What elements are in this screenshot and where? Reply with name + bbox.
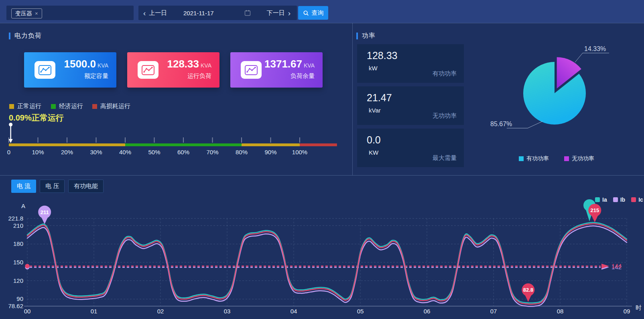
legend-item-economic: 经济运行 <box>51 102 83 110</box>
query-button-label: 查询 <box>312 9 324 17</box>
max-demand-value: 0.0 <box>367 134 381 146</box>
active-power-label: 有功功率 <box>433 70 457 78</box>
legend-swatch <box>9 104 14 109</box>
legend-label: 有功功率 <box>526 155 549 162</box>
svg-text:04: 04 <box>291 308 297 315</box>
svg-text:70%: 70% <box>206 149 218 155</box>
date-input[interactable]: 2021-11-17 <box>183 6 214 20</box>
rated-capacity-value: 1500.0 <box>64 58 96 70</box>
svg-text:00: 00 <box>24 308 31 315</box>
svg-text:10%: 10% <box>32 149 44 155</box>
svg-text:30%: 30% <box>90 149 102 155</box>
svg-text:06: 06 <box>424 308 431 315</box>
svg-text:180: 180 <box>13 240 23 247</box>
top-toolbar: 变压器 × ‹ 上一日 2021-11-17 下一日 › 查询 <box>0 0 644 23</box>
legend-label: 正常运行 <box>17 102 41 110</box>
legend-label: 高损耗运行 <box>100 102 130 110</box>
device-tag[interactable]: 变压器 × <box>11 8 42 18</box>
chart-line-icon <box>35 61 55 79</box>
svg-text:210: 210 <box>13 222 23 229</box>
svg-text:85.67%: 85.67% <box>490 121 512 127</box>
svg-text:215: 215 <box>590 207 599 213</box>
svg-text:20%: 20% <box>61 149 73 155</box>
reactive-power-unit: kVar <box>369 107 381 114</box>
legend-item-normal: 正常运行 <box>9 102 41 110</box>
load-section-title: 电力负荷 <box>14 32 42 40</box>
load-margin-card: 1371.67KVA负荷余量 <box>230 52 323 88</box>
active-power-value: 128.33 <box>367 50 397 61</box>
svg-text:14.33%: 14.33% <box>584 45 606 52</box>
prev-day-label: 上一日 <box>149 9 167 17</box>
svg-text:07: 07 <box>490 308 497 315</box>
running-load-unit: KVA <box>201 62 211 69</box>
next-day-button[interactable]: 下一日 › <box>267 6 291 20</box>
prev-day-button[interactable]: ‹ 上一日 <box>143 6 167 20</box>
svg-text:100%: 100% <box>292 149 307 155</box>
running-load-label: 运行负荷 <box>167 72 211 80</box>
svg-text:221.8: 221.8 <box>8 215 23 222</box>
svg-text:90: 90 <box>16 295 23 302</box>
load-margin-value: 1371.67 <box>264 58 302 70</box>
legend-item-high-loss: 高损耗运行 <box>92 102 130 110</box>
divider <box>0 23 644 23</box>
query-button[interactable]: 查询 <box>298 6 328 20</box>
device-select[interactable]: 变压器 × <box>6 6 134 20</box>
chart-line-icon <box>241 61 262 79</box>
legend-label: 经济运行 <box>59 102 83 110</box>
svg-text:40%: 40% <box>119 149 131 155</box>
svg-text:150: 150 <box>13 259 23 266</box>
legend-swatch <box>51 104 56 109</box>
running-load-value: 128.33 <box>167 58 199 70</box>
max-demand-stat: 0.0 KW 最大需量 <box>357 129 464 167</box>
pie-legend: 有功功率 无功功率 <box>519 155 594 162</box>
svg-text:82.8: 82.8 <box>523 287 533 293</box>
pie-legend-item-active[interactable]: 有功功率 <box>519 155 549 162</box>
device-tag-label: 变压器 <box>15 10 32 17</box>
active-power-stat: 128.33 kW 有功功率 <box>357 44 464 83</box>
next-day-label: 下一日 <box>267 9 285 17</box>
svg-text:A: A <box>21 202 25 209</box>
header-accent-bar <box>9 33 10 39</box>
power-dashboard: 变压器 × ‹ 上一日 2021-11-17 下一日 › 查询 <box>0 0 644 319</box>
chevron-right-icon: › <box>288 9 291 17</box>
svg-text:时: 时 <box>636 304 642 311</box>
svg-text:01: 01 <box>91 308 98 315</box>
reactive-power-stat: 21.47 kVar 无功功率 <box>357 86 464 125</box>
max-demand-label: 最大需量 <box>433 154 457 162</box>
load-margin-label: 负荷余量 <box>264 72 315 80</box>
load-section-header: 电力负荷 <box>9 32 42 40</box>
divider <box>352 23 353 175</box>
svg-text:90%: 90% <box>264 149 276 155</box>
svg-text:60%: 60% <box>177 149 189 155</box>
legend-swatch <box>564 156 569 161</box>
load-margin-unit: KVA <box>304 62 315 69</box>
chart-line-icon <box>138 61 158 79</box>
svg-text:08: 08 <box>557 308 564 315</box>
chevron-left-icon: ‹ <box>143 9 146 17</box>
pie-legend-item-reactive[interactable]: 无功功率 <box>564 155 594 162</box>
calendar-icon[interactable] <box>244 10 251 16</box>
power-section-header: 功率 <box>356 32 376 40</box>
svg-text:144: 144 <box>611 262 622 269</box>
power-pie-chart: 14.33%85.67% <box>481 38 618 153</box>
svg-text:120: 120 <box>13 277 23 284</box>
load-rate-gauge: 010%20%30%40%50%60%70%80%90%100% <box>0 121 345 158</box>
search-icon <box>303 10 309 16</box>
legend-label: 无功功率 <box>572 155 594 162</box>
tag-close-icon[interactable]: × <box>35 10 38 16</box>
header-accent-bar <box>356 33 358 39</box>
legend-swatch <box>519 156 524 161</box>
svg-text:78.62: 78.62 <box>8 303 23 309</box>
svg-text:05: 05 <box>357 308 364 315</box>
svg-text:02: 02 <box>157 308 164 315</box>
svg-text:0: 0 <box>7 149 10 155</box>
svg-text:09: 09 <box>624 308 630 315</box>
rated-capacity-card: 1500.0KVA额定容量 <box>24 52 116 88</box>
svg-text:50%: 50% <box>148 149 160 155</box>
running-load-card: 128.33KVA运行负荷 <box>127 52 219 88</box>
active-power-unit: kW <box>369 65 378 72</box>
rated-capacity-unit: KVA <box>98 62 108 69</box>
legend-swatch <box>92 104 97 109</box>
max-demand-unit: KW <box>369 149 378 156</box>
svg-text:211: 211 <box>41 209 49 215</box>
